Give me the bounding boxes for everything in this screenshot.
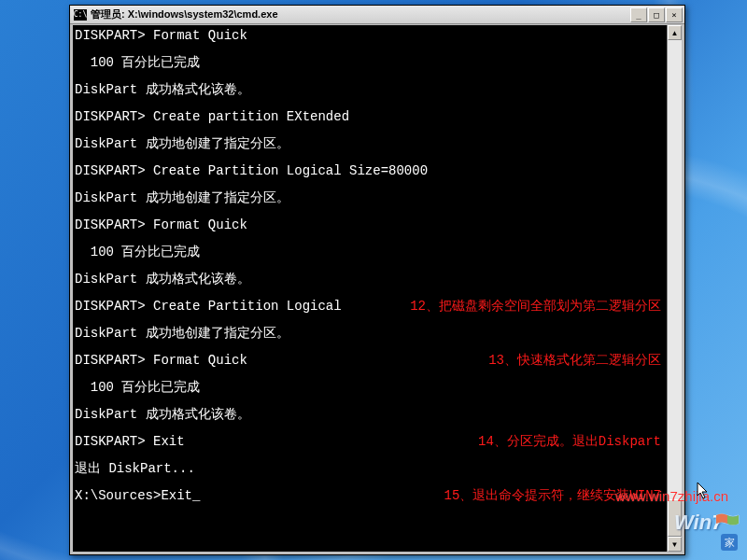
annotation-text: 13、快速格式化第二逻辑分区	[477, 354, 680, 368]
terminal-text: DISKPART> Create Partition Logical Size=…	[75, 164, 428, 178]
app-icon: C:\	[74, 9, 87, 21]
terminal-text: X:\Sources>Exit_	[75, 489, 200, 503]
terminal-text: DISKPART> Format Quick	[75, 29, 247, 43]
maximize-button[interactable]: □	[648, 7, 665, 22]
terminal-line: DISKPART> Create Partition Logical12、把磁盘…	[75, 300, 680, 314]
terminal-line: DISKPART> Exit14、分区完成。退出Diskpart	[75, 435, 680, 449]
terminal-text: DiskPart 成功格式化该卷。	[75, 273, 250, 287]
terminal-text: DISKPART> Format Quick	[75, 354, 247, 368]
terminal-line: X:\Sources>Exit_15、退出命令提示符，继续安装WIN7	[75, 489, 680, 503]
terminal-text: 100 百分比已完成	[75, 381, 200, 395]
terminal-line: DISKPART> Create Partition Logical Size=…	[75, 164, 680, 178]
site-logo: Win7 家	[674, 511, 740, 553]
terminal-text: DISKPART> Create Partition Logical	[75, 300, 342, 314]
terminal-line: 100 百分比已完成	[75, 381, 680, 395]
terminal-line: DISKPART> Format Quick	[75, 218, 680, 232]
terminal-line: DiskPart 成功格式化该卷。	[75, 408, 680, 422]
terminal-text: DiskPart 成功地创建了指定分区。	[75, 137, 289, 151]
terminal-line: 退出 DiskPart...	[75, 462, 680, 476]
scroll-up-button[interactable]: ▲	[668, 25, 682, 40]
terminal-text: DiskPart 成功格式化该卷。	[75, 83, 250, 97]
terminal-line: DiskPart 成功地创建了指定分区。	[75, 327, 680, 341]
terminal-line: DiskPart 成功格式化该卷。	[75, 83, 680, 97]
terminal-text: 100 百分比已完成	[75, 245, 200, 259]
terminal-line: 100 百分比已完成	[75, 245, 680, 259]
terminal-line: DiskPart 成功地创建了指定分区。	[75, 191, 680, 205]
terminal-text: 退出 DiskPart...	[75, 462, 195, 476]
terminal-line: DISKPART> Format Quick	[75, 29, 680, 43]
terminal-text: DISKPART> Exit	[75, 435, 185, 449]
close-button[interactable]: ×	[666, 7, 683, 22]
window-title: 管理员: X:\windows\system32\cmd.exe	[91, 7, 629, 21]
scrollbar[interactable]: ▲ ▼	[667, 25, 682, 552]
terminal-line: DiskPart 成功地创建了指定分区。	[75, 137, 680, 151]
terminal-text: DiskPart 成功地创建了指定分区。	[75, 191, 289, 205]
windows-flag-icon	[715, 512, 740, 533]
terminal-text: 100 百分比已完成	[75, 56, 200, 70]
terminal-line: DISKPART> Format Quick13、快速格式化第二逻辑分区	[75, 354, 680, 368]
minimize-button[interactable]: _	[630, 7, 647, 22]
watermark-text: www.win7zhijia.cn	[615, 488, 728, 504]
cmd-window: C:\ 管理员: X:\windows\system32\cmd.exe _ □…	[69, 5, 685, 555]
terminal-line: DiskPart 成功格式化该卷。	[75, 273, 680, 287]
annotation-text: 12、把磁盘剩余空间全部划为第二逻辑分区	[399, 300, 680, 314]
annotation-text: 14、分区完成。退出Diskpart	[467, 435, 680, 449]
scroll-track[interactable]	[668, 40, 682, 537]
terminal-text: DiskPart 成功地创建了指定分区。	[75, 327, 289, 341]
terminal-line: DISKPART> Create partition EXtended	[75, 110, 680, 124]
terminal-text: DiskPart 成功格式化该卷。	[75, 408, 250, 422]
window-controls: _ □ ×	[629, 7, 683, 22]
terminal-output[interactable]: DISKPART> Format Quick 100 百分比已完成DiskPar…	[73, 25, 682, 552]
terminal-line: 100 百分比已完成	[75, 56, 680, 70]
titlebar[interactable]: C:\ 管理员: X:\windows\system32\cmd.exe _ □…	[70, 6, 684, 24]
logo-home-badge: 家	[721, 534, 738, 551]
terminal-text: DISKPART> Format Quick	[75, 218, 247, 232]
terminal-text: DISKPART> Create partition EXtended	[75, 110, 349, 124]
